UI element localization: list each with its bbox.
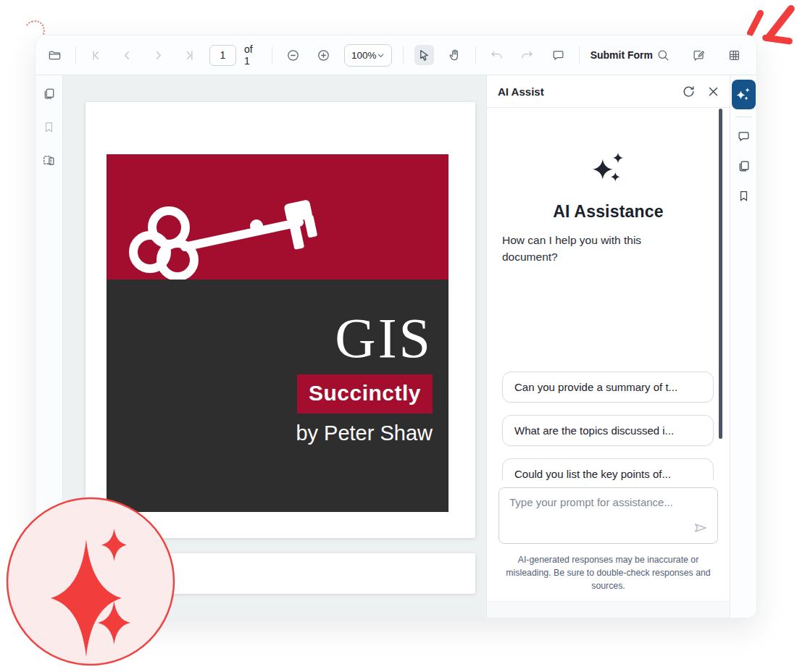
pdf-page-1: GIS Succinctly by Peter Shaw: [85, 102, 475, 538]
red-stroke: [762, 34, 793, 45]
comments-panel-icon[interactable]: [735, 127, 752, 145]
separator: [75, 46, 76, 64]
panel-scrollbar-thumb[interactable]: [719, 109, 722, 439]
right-sidebar: [730, 75, 756, 618]
ai-sparkles-icon: [736, 88, 751, 101]
bookmarks-icon[interactable]: [41, 118, 58, 135]
suggestion-chip-key-points[interactable]: Could you list the key points of...: [502, 458, 714, 481]
close-button[interactable]: [707, 85, 719, 98]
cover-series-badge: Succinctly: [297, 374, 433, 413]
undo-button[interactable]: [487, 45, 506, 65]
separator: [272, 46, 272, 64]
pages-panel-icon[interactable]: [735, 157, 752, 175]
zoom-level-value: 100%: [351, 50, 377, 61]
cover-red-band: [107, 154, 448, 280]
cover-text-block: GIS Succinctly by Peter Shaw: [296, 310, 433, 445]
pan-tool-button[interactable]: [445, 45, 464, 65]
sparkle-circle-decoration: [6, 497, 175, 666]
cover-title: GIS: [335, 310, 433, 366]
refresh-button[interactable]: [682, 85, 696, 98]
separator: [403, 46, 404, 64]
separator: [475, 46, 476, 64]
ai-header-actions: [682, 85, 719, 98]
ai-panel-content: AI Assistance How can I help you with th…: [487, 108, 730, 480]
open-file-button[interactable]: [45, 45, 64, 65]
redo-button[interactable]: [517, 45, 537, 65]
search-button[interactable]: [653, 45, 673, 65]
text-select-tool-button[interactable]: [414, 45, 434, 65]
page-count-label: of 1: [244, 43, 261, 67]
organize-pages-button[interactable]: [724, 45, 744, 65]
submit-form-button[interactable]: Submit Form: [591, 49, 653, 61]
ai-disclaimer-text: AI-generated responses may be inaccurate…: [501, 554, 715, 592]
ai-panel-footer: [487, 601, 730, 618]
send-icon[interactable]: [692, 519, 709, 537]
screen: of 1 100%: [0, 0, 797, 672]
chevron-down-icon: [377, 51, 385, 59]
toolbar-right-group: [653, 45, 757, 65]
separator: [579, 46, 580, 64]
ai-assist-toggle-button[interactable]: [732, 80, 756, 109]
first-page-button[interactable]: [87, 45, 107, 65]
sparkles-icon: [592, 153, 625, 183]
prompt-input[interactable]: [499, 488, 717, 543]
prompt-input-container: [498, 487, 718, 544]
suggestion-chips: Can you provide a summary of t... What a…: [487, 371, 730, 481]
bookmarks-panel-icon[interactable]: [735, 187, 752, 204]
ai-panel-header: AI Assist: [487, 75, 730, 108]
toolbar: of 1 100%: [36, 35, 756, 75]
suggestion-chip-topics[interactable]: What are the topics discussed i...: [502, 415, 714, 446]
divider: [735, 117, 751, 117]
zoom-in-button[interactable]: [314, 45, 333, 65]
suggestion-chip-summary[interactable]: Can you provide a summary of t...: [502, 371, 714, 403]
comment-tool-button[interactable]: [548, 45, 567, 65]
ai-panel-title: AI Assist: [498, 85, 544, 98]
toolbar-left-group: of 1 100%: [45, 43, 653, 67]
ai-assist-panel: AI Assist: [486, 75, 730, 618]
ai-assistance-heading: AI Assistance: [487, 202, 730, 222]
red-stroke: [746, 9, 764, 38]
page-number-input[interactable]: [209, 45, 236, 66]
last-page-button[interactable]: [179, 45, 199, 65]
ai-assistance-subheading: How can I help you with this document?: [502, 232, 664, 266]
book-cover: GIS Succinctly by Peter Shaw: [107, 154, 448, 512]
zoom-out-button[interactable]: [283, 45, 303, 65]
annotation-edit-button[interactable]: [688, 45, 709, 65]
key-illustration: [107, 154, 448, 280]
page-thumbnails-icon[interactable]: [41, 85, 58, 102]
cover-author: by Peter Shaw: [296, 421, 433, 445]
organize-pages-icon[interactable]: [41, 151, 58, 169]
cover-dark-band: GIS Succinctly by Peter Shaw: [107, 280, 448, 512]
zoom-level-dropdown[interactable]: 100%: [344, 44, 392, 67]
previous-page-button[interactable]: [117, 45, 137, 65]
next-page-button[interactable]: [149, 45, 168, 65]
